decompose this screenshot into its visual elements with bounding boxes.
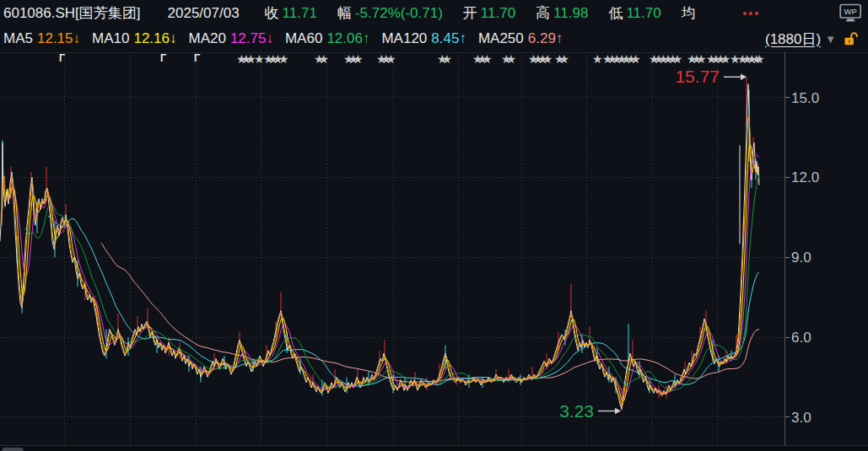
quote-avg: 均 [682, 3, 699, 23]
price-annotation: 3.23 [559, 401, 594, 421]
y-axis-label: 3.0 [791, 410, 811, 426]
unlock-icon[interactable] [844, 32, 860, 46]
chart-svg[interactable]: 15.012.09.06.03.015.773.23 [0, 52, 868, 445]
ma20-item: MA2012.75↓ [188, 30, 272, 47]
ma5-item: MA512.15↓ [3, 30, 80, 47]
annotation-arrowhead [615, 408, 621, 415]
ma250-line [101, 243, 759, 382]
ma60-item: MA6012.06↑ [285, 30, 369, 47]
quote-header: 601086.SH[国芳集团] 2025/07/03 收11.71 幅-5.72… [0, 0, 868, 53]
ma250-item: MA2506.29↑ [478, 30, 563, 47]
chevron-down-icon[interactable]: ▼ [825, 33, 836, 46]
y-axis-label: 12.0 [791, 169, 819, 185]
price-annotation: 15.77 [675, 67, 720, 86]
ma60-line [24, 176, 759, 391]
svg-text:WP: WP [844, 7, 858, 16]
quote-date: 2025/07/03 [168, 5, 240, 22]
ma120-line [48, 217, 759, 386]
y-axis-label: 9.0 [791, 250, 811, 266]
overflow-dots-icon [743, 12, 758, 15]
ma20-line [8, 153, 759, 395]
y-axis-label: 6.0 [791, 330, 811, 346]
annotation-arrowhead [741, 73, 747, 80]
ma10-item: MA1012.16↓ [92, 30, 176, 47]
quote-low: 低11.70 [608, 3, 660, 23]
period-selector[interactable]: (1880日) [765, 30, 821, 49]
ma-bar: MA512.15↓ MA1012.16↓ MA2012.75↓ MA6012.0… [0, 26, 868, 51]
quote-row: 601086.SH[国芳集团] 2025/07/03 收11.71 幅-5.72… [0, 0, 868, 26]
ma5-line [2, 116, 759, 406]
price-line [0, 84, 759, 410]
ma10-line [4, 143, 759, 401]
scrollbar-thumb[interactable] [2, 448, 24, 451]
ma120-item: MA1208.45↑ [381, 30, 466, 47]
symbol-title: 601086.SH[国芳集团] [3, 3, 141, 23]
quote-high: 高11.98 [536, 3, 588, 23]
price-chart-canvas[interactable]: 15.012.09.06.03.015.773.23 ΓΓΓ★★★★★★★★★★… [0, 52, 868, 445]
y-axis-label: 15.0 [791, 90, 819, 106]
bottom-scrollbar[interactable] [0, 445, 868, 451]
quote-change: 幅-5.72%(-0.71) [337, 3, 443, 23]
wp-monitor-icon[interactable]: WP [839, 3, 862, 24]
quote-close: 收11.71 [265, 3, 317, 23]
quote-open: 开11.70 [463, 3, 515, 23]
